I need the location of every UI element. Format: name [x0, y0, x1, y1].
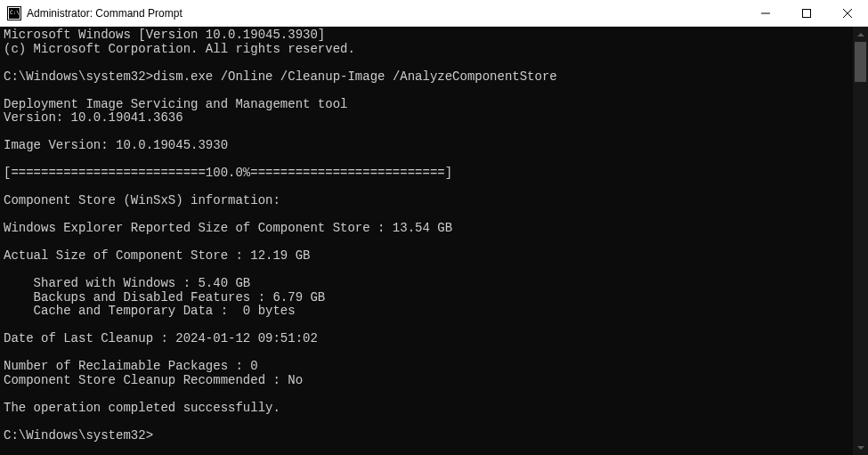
scrollbar-track[interactable] [853, 42, 868, 440]
minimize-button[interactable] [745, 0, 786, 26]
reclaimable-packages: Number of Reclaimable Packages : 0 [4, 359, 258, 373]
svg-marker-8 [857, 33, 864, 37]
os-version-line: Microsoft Windows [Version 10.0.19045.39… [4, 28, 325, 42]
reported-size: Windows Explorer Reported Size of Compon… [4, 221, 452, 235]
prompt: C:\Windows\system32> [4, 69, 153, 84]
copyright-line: (c) Microsoft Corporation. All rights re… [4, 42, 355, 56]
close-button[interactable] [827, 0, 868, 26]
titlebar[interactable]: C:\ Administrator: Command Prompt [0, 0, 868, 27]
cleanup-recommended: Component Store Cleanup Recommended : No [4, 373, 303, 387]
window-controls [745, 0, 868, 26]
tool-version: Version: 10.0.19041.3636 [4, 110, 183, 125]
image-version: Image Version: 10.0.19045.3930 [4, 138, 228, 152]
progress-bar: [==========================100.0%=======… [4, 166, 452, 180]
actual-size: Actual Size of Component Store : 12.19 G… [4, 248, 310, 263]
console-output[interactable]: Microsoft Windows [Version 10.0.19045.39… [0, 27, 853, 455]
tool-name: Deployment Image Servicing and Managemen… [4, 97, 347, 111]
cmd-icon: C:\ [7, 6, 21, 20]
last-cleanup: Date of Last Cleanup : 2024-01-12 09:51:… [4, 331, 318, 345]
svg-marker-9 [857, 446, 864, 450]
window-title: Administrator: Command Prompt [27, 7, 745, 20]
backups-size: Backups and Disabled Features : 6.79 GB [4, 290, 325, 305]
scrollbar-thumb[interactable] [855, 42, 866, 82]
cache-size: Cache and Temporary Data : 0 bytes [4, 304, 296, 318]
info-header: Component Store (WinSxS) information: [4, 193, 280, 207]
prompt: C:\Windows\system32> [4, 428, 153, 443]
scroll-down-button[interactable] [853, 440, 868, 455]
shared-size: Shared with Windows : 5.40 GB [4, 276, 250, 290]
vertical-scrollbar[interactable] [853, 27, 868, 455]
command-text: dism.exe /Online /Cleanup-Image /Analyze… [153, 69, 557, 84]
completed-message: The operation completed successfully. [4, 401, 280, 415]
svg-rect-5 [803, 9, 811, 17]
scroll-up-button[interactable] [853, 27, 868, 42]
svg-text:C:\: C:\ [10, 9, 20, 15]
maximize-button[interactable] [786, 0, 827, 26]
